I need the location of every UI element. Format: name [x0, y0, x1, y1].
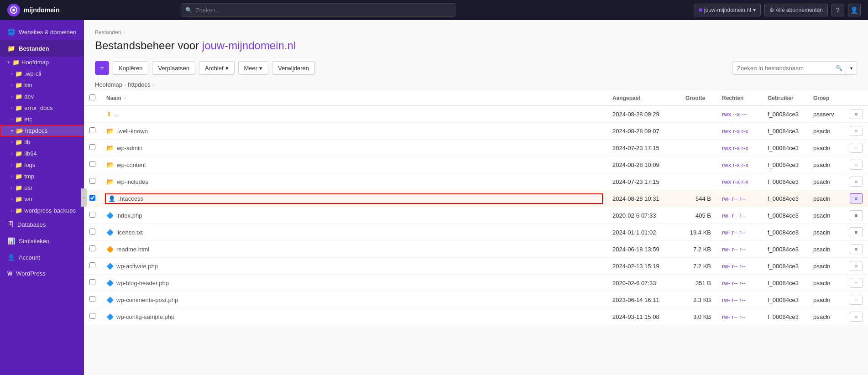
row-checkbox[interactable] — [89, 296, 95, 302]
select-all-checkbox[interactable] — [89, 94, 95, 100]
account-button[interactable]: jouw-mijndomein.nl ▾ — [694, 4, 761, 16]
perm-value[interactable]: rw- r-- r-- — [722, 212, 745, 219]
row-checkbox[interactable] — [89, 212, 95, 218]
row-checkbox[interactable] — [89, 262, 95, 268]
tree-item-lib[interactable]: › 📁 lib — [0, 136, 84, 148]
perm-value[interactable]: rwx r-x r-x — [722, 178, 748, 185]
archive-button[interactable]: Archief ▾ — [199, 61, 234, 75]
sidebar-item-bestanden[interactable]: 📁 Bestanden — [0, 40, 84, 57]
row-checkbox[interactable] — [89, 245, 95, 251]
col-header-group[interactable]: Groep — [808, 91, 844, 106]
tree-item-etc[interactable]: › 📁 etc — [0, 114, 84, 125]
tree-item-dev[interactable]: › 📁 dev — [0, 91, 84, 102]
file-name-link[interactable]: 🔷 wp-config-sample.php — [106, 313, 601, 320]
tree-item-tmp[interactable]: › 📁 tmp — [0, 171, 84, 182]
tree-item-usr[interactable]: › 📁 usr — [0, 182, 84, 193]
col-header-size[interactable]: Grootte — [680, 91, 716, 106]
file-name-link[interactable]: 📂 wp-includes — [106, 178, 601, 185]
page-title-domain[interactable]: jouw-mijndomein.nl — [202, 39, 296, 52]
file-name-link[interactable]: 🔷 license.txt — [106, 229, 601, 236]
perm-value[interactable]: rw- r-- r-- — [722, 229, 745, 236]
file-name-link[interactable]: ⬆ .. — [106, 110, 601, 118]
tree-item-lib64[interactable]: › 📁 lib64 — [0, 148, 84, 159]
search-button[interactable]: 🔍 — [832, 61, 846, 75]
breadcrumb-files-link[interactable]: Bestanden — [95, 29, 121, 36]
help-button[interactable]: ? — [831, 4, 844, 16]
filepath-home[interactable]: Hoofdmap — [95, 81, 122, 88]
row-checkbox[interactable] — [89, 144, 95, 150]
tree-item-bin[interactable]: › 📁 bin — [0, 79, 84, 91]
perm-value[interactable]: rwx r-x r-x — [722, 161, 748, 168]
perm-value[interactable]: rwx r-x r-x — [722, 128, 748, 135]
breadcrumb-sep: › — [123, 29, 125, 36]
file-name-link[interactable]: 🔷 wp-blog-header.php — [106, 280, 601, 286]
row-actions-button[interactable]: ≡ — [850, 312, 863, 322]
topbar: mijndomein 🔍 jouw-mijndomein.nl ▾ ⊕ Alle… — [0, 0, 868, 20]
perm-value[interactable]: rwx r-x r-x — [722, 145, 748, 151]
tree-item-logs[interactable]: › 📁 logs — [0, 159, 84, 171]
file-name-link[interactable]: 🔶 readme.html — [106, 246, 601, 253]
file-name-link[interactable]: 🔷 wp-activate.php — [106, 263, 601, 270]
row-actions-button[interactable]: ≡ — [850, 193, 863, 203]
col-header-name[interactable]: Naam ↑ — [101, 91, 607, 106]
file-name-link[interactable]: 🔷 wp-comments-post.php — [106, 297, 601, 303]
tree-root[interactable]: ▾ 📁 Hoofdmap — [0, 57, 84, 68]
file-name-link[interactable]: 👤 .htaccess — [106, 195, 601, 203]
file-name-link[interactable]: 📂 wp-admin — [106, 144, 601, 151]
col-header-date[interactable]: Aangepast — [607, 91, 680, 106]
file-name-link[interactable]: 🔷 index.php — [106, 212, 601, 219]
row-actions-button[interactable]: ≡ — [850, 210, 863, 220]
col-header-user[interactable]: Gebruiker — [762, 91, 808, 106]
perm-value[interactable]: rw- r-- r-- — [722, 313, 745, 320]
filepath-sub[interactable]: httpdocs — [128, 81, 150, 88]
row-actions-button[interactable]: ≡ — [850, 177, 863, 187]
add-button[interactable]: + — [95, 61, 109, 75]
logo[interactable]: mijndomein — [7, 4, 60, 16]
sidebar-item-wordpress[interactable]: W WordPress — [0, 266, 84, 281]
tree-item-error-docs[interactable]: › 📁 error_docs — [0, 102, 84, 114]
row-checkbox[interactable] — [89, 195, 95, 201]
row-actions-button[interactable]: ≡ — [850, 109, 863, 119]
row-actions-button[interactable]: ≡ — [850, 295, 863, 305]
tree-item-var[interactable]: › 📁 var — [0, 193, 84, 205]
row-actions-button[interactable]: ≡ — [850, 278, 863, 288]
row-checkbox[interactable] — [89, 127, 95, 133]
sidebar-item-websites[interactable]: 🌐 Websites & domeinen — [0, 24, 84, 40]
user-button[interactable]: 👤 — [848, 4, 861, 16]
perm-value[interactable]: rw- r-- r-- — [722, 263, 745, 270]
row-checkbox[interactable] — [89, 313, 95, 319]
file-name-link[interactable]: 📂 .well-known — [106, 127, 601, 135]
perm-value[interactable]: rw- r-- r-- — [722, 297, 745, 303]
sidebar-collapse-btn[interactable]: ‹ — [81, 188, 87, 207]
row-checkbox[interactable] — [89, 161, 95, 167]
move-button[interactable]: Verplaatsen — [152, 61, 195, 75]
subscriptions-button[interactable]: ⊕ Alle abonnementen — [764, 4, 828, 16]
delete-button[interactable]: Verwijderen — [272, 61, 315, 75]
row-actions-button[interactable]: ≡ — [850, 244, 863, 254]
perm-value[interactable]: rwx --x --- — [722, 111, 748, 118]
row-checkbox[interactable] — [89, 279, 95, 285]
tree-item-wp-backups[interactable]: › 📁 wordpress-backups — [0, 205, 84, 216]
row-actions-button[interactable]: ≡ — [850, 227, 863, 237]
more-button[interactable]: Meer ▾ — [238, 61, 269, 75]
sidebar-item-account[interactable]: 👤 Account — [0, 249, 84, 266]
row-actions-button[interactable]: ≡ — [850, 126, 863, 136]
perm-value[interactable]: rw- r-- r-- — [722, 280, 745, 286]
perm-value[interactable]: rw- r-- r-- — [722, 246, 745, 253]
topbar-search-input[interactable] — [182, 3, 455, 17]
row-actions-button[interactable]: ≡ — [850, 143, 863, 153]
sidebar-item-statistieken[interactable]: 📊 Statistieken — [0, 233, 84, 249]
copy-button[interactable]: Kopiëren — [113, 61, 148, 75]
file-name-link[interactable]: 📂 wp-content — [106, 161, 601, 168]
perm-value[interactable]: rw- r-- r-- — [722, 195, 745, 202]
search-dropdown-button[interactable]: ▾ — [846, 61, 857, 75]
tree-item-wp-cli[interactable]: › 📁 .wp-cli — [0, 68, 84, 79]
row-checkbox[interactable] — [89, 229, 95, 234]
col-header-perms[interactable]: Rechten — [716, 91, 762, 106]
row-actions-button[interactable]: ≡ — [850, 160, 863, 170]
tree-item-httpdocs[interactable]: ▾ 📂 httpdocs — [0, 125, 84, 136]
row-actions-button[interactable]: ≡ — [850, 261, 863, 271]
sidebar-item-databases[interactable]: 🗄 Databases — [0, 216, 84, 233]
row-checkbox[interactable] — [89, 178, 95, 184]
search-input[interactable] — [732, 61, 832, 75]
